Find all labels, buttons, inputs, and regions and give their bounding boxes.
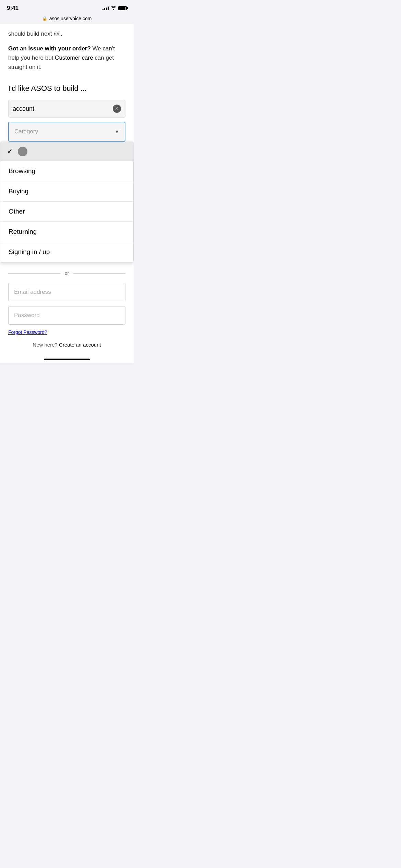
dropdown-item-returning[interactable]: Returning xyxy=(0,222,133,242)
forgot-password-link[interactable]: Forgot Password? xyxy=(8,329,47,335)
home-bar xyxy=(44,359,90,360)
dropdown-item-other[interactable]: Other xyxy=(0,202,133,222)
dropdown-arrow-icon: ▼ xyxy=(114,129,119,134)
new-here-text: New here? Create an account xyxy=(8,342,125,348)
page-content: should build next 👀. Got an issue with y… xyxy=(0,24,134,354)
search-input[interactable] xyxy=(13,105,113,112)
category-trigger[interactable]: Category ▼ xyxy=(8,122,125,142)
signal-bars-icon xyxy=(102,6,109,10)
status-time: 9:41 xyxy=(7,5,19,12)
dropdown-overlay: ✓ Browsing Buying Other Returning Signin… xyxy=(0,142,134,262)
password-input[interactable] xyxy=(8,306,125,325)
dropdown-item-signing-in-up[interactable]: Signing in / up xyxy=(0,242,133,262)
forgot-password-text: Forgot Password? xyxy=(8,329,125,335)
category-dropdown: Category ▼ xyxy=(8,122,125,142)
clear-button[interactable]: × xyxy=(113,105,121,113)
new-here-label: New here? xyxy=(33,342,58,348)
lock-icon: 🔒 xyxy=(42,16,47,21)
category-placeholder: Category xyxy=(14,128,38,135)
signin-area: or Forgot Password? New here? Create an … xyxy=(0,262,134,354)
form-area: I'd like ASOS to build ... × Category ▼ xyxy=(0,84,134,142)
or-divider: or xyxy=(8,270,125,276)
dropdown-selected-row[interactable]: ✓ xyxy=(0,142,133,161)
or-text: or xyxy=(61,270,73,276)
address-bar: 🔒 asos.uservoice.com xyxy=(0,14,134,24)
should-build-text: should build next 👀. xyxy=(8,29,125,38)
or-line-right xyxy=(73,273,125,274)
order-issue-text: Got an issue with your order? We can't h… xyxy=(8,44,125,72)
or-line-left xyxy=(8,273,61,274)
dropdown-menu: ✓ Browsing Buying Other Returning Signin… xyxy=(0,142,134,262)
search-input-wrapper: × xyxy=(8,100,125,118)
dropdown-item-buying[interactable]: Buying xyxy=(0,181,133,202)
home-indicator xyxy=(0,354,134,363)
order-issue-bold: Got an issue with your order? xyxy=(8,45,91,52)
top-text-area: should build next 👀. Got an issue with y… xyxy=(0,24,134,84)
selected-dot xyxy=(18,147,27,156)
create-account-link[interactable]: Create an account xyxy=(59,342,101,348)
email-input[interactable] xyxy=(8,283,125,301)
form-title: I'd like ASOS to build ... xyxy=(8,84,125,93)
wifi-icon xyxy=(111,6,116,11)
battery-icon xyxy=(118,6,127,10)
checkmark-icon: ✓ xyxy=(7,148,12,155)
address-text: asos.uservoice.com xyxy=(49,16,92,21)
status-icons xyxy=(102,6,127,11)
customer-care-link[interactable]: Customer care xyxy=(55,55,93,61)
dropdown-item-browsing[interactable]: Browsing xyxy=(0,161,133,181)
status-bar: 9:41 xyxy=(0,0,134,14)
